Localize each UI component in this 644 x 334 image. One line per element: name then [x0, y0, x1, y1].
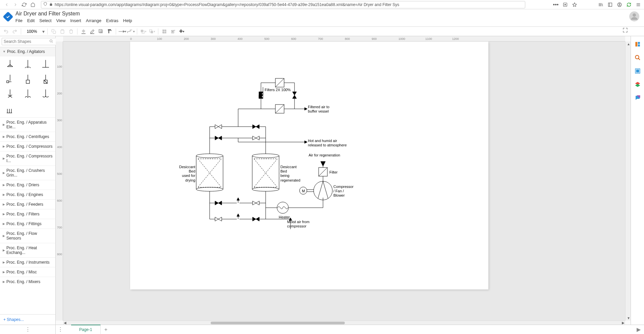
menu-help[interactable]: Help: [123, 18, 132, 23]
shape-section[interactable]: ▶Proc. Eng. / Heat Exchang...: [0, 243, 55, 257]
shape-agitator-3[interactable]: [38, 59, 53, 70]
menu-arrange[interactable]: Arrange: [86, 18, 101, 23]
shape-section[interactable]: ▶Proc. Eng. / Filters: [0, 209, 55, 219]
shape-section[interactable]: ▶Proc. Eng. / Mixers: [0, 277, 55, 286]
waypoint-button[interactable]: ▾: [127, 27, 135, 36]
library-icon[interactable]: [598, 2, 604, 8]
shape-agitator-8[interactable]: [20, 88, 35, 100]
more-shapes-link[interactable]: + Shapes...: [3, 317, 24, 322]
tabs-menu-icon[interactable]: ⋮: [58, 326, 63, 333]
shape-section[interactable]: ▶Proc. Eng. / Flow Sensors: [0, 228, 55, 243]
forward-button[interactable]: [11, 1, 19, 9]
shape-section[interactable]: ▶Proc. Eng. / Apparatus Ele...: [0, 117, 55, 132]
svg-line-27: [52, 42, 53, 43]
outline-panel-icon[interactable]: [634, 68, 641, 74]
shape-section[interactable]: ▶Proc. Eng. / Centrifuges: [0, 132, 55, 141]
scroll-up-icon[interactable]: ▲: [627, 42, 630, 46]
undo-button[interactable]: [2, 27, 10, 36]
shape-section[interactable]: ▶Proc. Eng. / Engines: [0, 190, 55, 199]
to-back-button[interactable]: ▾: [148, 27, 156, 36]
menu-view[interactable]: View: [56, 18, 66, 23]
shadow-button[interactable]: [97, 27, 105, 36]
sidebar-icon[interactable]: [607, 2, 613, 8]
shape-agitator-9[interactable]: [38, 88, 53, 100]
search-shapes-box: [0, 36, 63, 47]
page-tab-1[interactable]: Page-1: [71, 325, 101, 334]
diagram-page[interactable]: Filters 2X 100% Filtered air to buffer v…: [130, 42, 488, 289]
menu-file[interactable]: File: [15, 18, 22, 23]
shape-agitator-1[interactable]: [3, 59, 17, 70]
menu-icon[interactable]: [635, 2, 641, 8]
shape-section[interactable]: ▶Proc. Eng. / Compressors I...: [0, 151, 55, 165]
shape-section[interactable]: ▶Proc. Eng. / Compressors: [0, 141, 55, 151]
shape-section[interactable]: ▶Proc. Eng. / Crushers Grin...: [0, 165, 55, 180]
back-button[interactable]: [3, 1, 11, 9]
document-title[interactable]: Air Dryer and Filter System: [15, 11, 132, 17]
more-icon[interactable]: •••: [553, 2, 559, 8]
delete-button[interactable]: [67, 27, 75, 36]
insert-button[interactable]: +▾: [178, 27, 186, 36]
add-page-button[interactable]: +: [102, 326, 110, 334]
shape-grid: [0, 56, 55, 117]
home-button[interactable]: [29, 1, 37, 9]
menu-insert[interactable]: Insert: [70, 18, 81, 23]
status-handle[interactable]: ⋮: [0, 325, 56, 334]
star-icon[interactable]: [572, 2, 578, 8]
fullscreen-button[interactable]: [623, 27, 629, 34]
reload-button[interactable]: [20, 1, 28, 9]
format-panel-icon[interactable]: [634, 41, 641, 48]
scrollbar-horizontal[interactable]: ◀ ▶: [63, 321, 625, 325]
menu-extras[interactable]: Extras: [106, 18, 118, 23]
format-painter-button[interactable]: [106, 27, 114, 36]
zoom-dropdown[interactable]: ▾: [41, 27, 45, 36]
reader-icon[interactable]: [562, 2, 568, 8]
shape-section[interactable]: ▶Proc. Eng. / Misc: [0, 267, 55, 277]
app-logo[interactable]: [3, 12, 13, 21]
shape-section[interactable]: ▶Proc. Eng. / Feeders: [0, 199, 55, 209]
comments-panel-icon[interactable]: [634, 94, 641, 101]
autosize-button[interactable]: T: [169, 27, 177, 36]
paste-button[interactable]: [58, 27, 66, 36]
grid-select-button[interactable]: [160, 27, 168, 36]
shape-agitator-4[interactable]: [3, 74, 17, 85]
shape-section[interactable]: ▶Proc. Eng. / Fittings: [0, 219, 55, 228]
shape-agitator-6[interactable]: [38, 74, 53, 85]
shape-agitator-7[interactable]: [3, 88, 17, 100]
label-hot-humid: Hot and humid air released to atmosphere: [308, 139, 347, 147]
search-panel-icon[interactable]: [634, 54, 641, 61]
shape-section-agitators[interactable]: ▼ Proc. Eng. / Agitators: [0, 47, 55, 56]
shape-agitator-2[interactable]: [20, 59, 35, 70]
canvas[interactable]: Filters 2X 100% Filtered air to buffer v…: [63, 42, 625, 321]
refresh-green-icon[interactable]: [626, 2, 632, 8]
right-rail: [631, 36, 644, 325]
menu-select[interactable]: Select: [39, 18, 51, 23]
connection-button[interactable]: ▾: [118, 27, 126, 36]
shape-agitator-10[interactable]: [3, 103, 17, 115]
url-bar[interactable]: https://online.visual-paradigm.com/app/d…: [41, 1, 525, 8]
svg-marker-79: [253, 136, 256, 140]
shape-section[interactable]: ▶Proc. Eng. / Driers: [0, 180, 55, 190]
svg-marker-109: [253, 201, 256, 205]
scroll-right-icon[interactable]: ▶: [622, 321, 625, 325]
scroll-left-icon[interactable]: ◀: [64, 321, 66, 325]
scroll-down-icon[interactable]: ▼: [627, 316, 630, 320]
fill-color-button[interactable]: [79, 27, 88, 36]
svg-line-48: [275, 78, 284, 87]
shape-section[interactable]: ▶Proc. Eng. / Instruments: [0, 257, 55, 267]
account-icon[interactable]: [616, 2, 623, 8]
copy-button[interactable]: [50, 27, 58, 36]
redo-button[interactable]: [11, 27, 19, 36]
next-page-icon[interactable]: ▶: [637, 326, 644, 333]
svg-point-98: [252, 187, 279, 191]
scrollbar-vertical[interactable]: ▲ ▼: [625, 42, 631, 321]
menu-edit[interactable]: Edit: [27, 18, 35, 23]
layers-panel-icon[interactable]: [634, 81, 641, 88]
line-color-button[interactable]: [88, 27, 96, 36]
svg-marker-136: [321, 161, 325, 166]
shape-agitator-5[interactable]: [20, 74, 35, 85]
scrollbar-thumb[interactable]: [211, 322, 345, 324]
zoom-input[interactable]: [23, 28, 41, 35]
to-front-button[interactable]: ▾: [139, 27, 147, 36]
user-avatar[interactable]: [629, 11, 639, 21]
svg-point-90: [196, 187, 223, 191]
